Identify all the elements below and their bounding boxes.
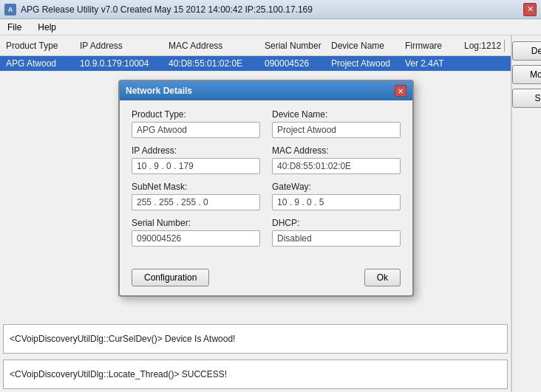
dialog-title-bar: Network Details ✕ (120, 81, 412, 100)
menu-help[interactable]: Help (33, 21, 61, 34)
field-device-name: Device Name: Project Atwood (272, 109, 401, 138)
input-ip[interactable]: 10 . 9 . 0 . 179 (132, 158, 260, 174)
app-title: APG Release Utility v7.0 Created May 15 … (21, 4, 313, 15)
title-bar: A APG Release Utility v7.0 Created May 1… (0, 0, 541, 19)
configuration-button[interactable]: Configuration (132, 269, 209, 286)
col-header-log: Log:1212 (464, 41, 501, 51)
cell-device: Project Atwood (331, 58, 405, 69)
label-subnet: SubNet Mask: (132, 182, 260, 192)
col-header-serial: Serial Number (265, 41, 331, 51)
col-header-ip: IP Address (80, 41, 169, 51)
cell-firmware: Ver 2.4AT (405, 58, 464, 69)
scan-button[interactable]: Scan (512, 89, 541, 108)
dialog-row-1: Product Type: APG Atwood Device Name: Pr… (132, 109, 401, 138)
field-subnet: SubNet Mask: 255 . 255 . 255 . 0 (132, 182, 260, 210)
log-area-2: <CVoipDiscoveryUtilDlg::Locate_Thread()>… (3, 360, 508, 389)
close-button[interactable]: ✕ (523, 3, 537, 16)
label-ip: IP Address: (132, 145, 260, 156)
cell-product-type: APG Atwood (6, 58, 80, 69)
input-dhcp[interactable]: Disabled (272, 230, 401, 247)
col-header-mac: MAC Address (169, 41, 265, 51)
field-mac: MAC Address: 40:D8:55:01:02:0E (272, 145, 401, 174)
dialog-row-2: IP Address: 10 . 9 . 0 . 179 MAC Address… (132, 145, 401, 174)
label-gateway: GateWay: (272, 182, 401, 192)
table-header: Product Type IP Address MAC Address Seri… (0, 35, 511, 56)
right-panel: Details Monitor Scan (511, 35, 541, 392)
label-mac: MAC Address: (272, 145, 401, 156)
input-subnet[interactable]: 255 . 255 . 255 . 0 (132, 194, 260, 210)
input-device-name[interactable]: Project Atwood (272, 122, 401, 138)
dialog-body: Product Type: APG Atwood Device Name: Pr… (120, 100, 412, 263)
col-header-product-type: Product Type (6, 41, 80, 51)
title-bar-left: A APG Release Utility v7.0 Created May 1… (4, 4, 313, 16)
cell-serial: 090004526 (265, 58, 331, 69)
menu-bar: File Help (0, 19, 541, 35)
details-button[interactable]: Details (512, 41, 541, 61)
field-ip: IP Address: 10 . 9 . 0 . 179 (132, 145, 260, 174)
network-details-dialog: Network Details ✕ Product Type: APG Atwo… (118, 80, 414, 297)
label-device-name: Device Name: (272, 109, 401, 120)
input-product-type[interactable]: APG Atwood (132, 122, 260, 138)
monitor-button[interactable]: Monitor (512, 65, 541, 84)
dialog-title: Network Details (126, 86, 192, 96)
table-row[interactable]: APG Atwood 10.9.0.179:10004 40:D8:55:01:… (0, 56, 511, 72)
ok-button[interactable]: Ok (364, 269, 401, 286)
field-serial: Serial Number: 090004526 (132, 218, 260, 247)
field-product-type: Product Type: APG Atwood (132, 109, 260, 138)
field-gateway: GateWay: 10 . 9 . 0 . 5 (272, 182, 401, 210)
dialog-close-button[interactable]: ✕ (395, 85, 406, 97)
menu-file[interactable]: File (3, 21, 26, 34)
field-dhcp: DHCP: Disabled (272, 218, 401, 247)
col-header-firmware: Firmware (405, 41, 464, 51)
dialog-row-4: Serial Number: 090004526 DHCP: Disabled (132, 218, 401, 247)
svg-text:A: A (8, 6, 13, 13)
col-header-device: Device Name (331, 41, 405, 51)
label-serial: Serial Number: (132, 218, 260, 228)
app-icon: A (4, 4, 16, 16)
input-serial[interactable]: 090004526 (132, 230, 260, 247)
input-mac[interactable]: 40:D8:55:01:02:0E (272, 158, 401, 174)
cell-mac: 40:D8:55:01:02:0E (169, 58, 265, 69)
cell-ip: 10.9.0.179:10004 (80, 58, 169, 69)
dialog-row-3: SubNet Mask: 255 . 255 . 255 . 0 GateWay… (132, 182, 401, 210)
log-area-1: <CVoipDiscoveryUtilDlg::CurSelDev()> Dev… (3, 324, 508, 354)
header-divider (504, 40, 505, 52)
dialog-footer: Configuration Ok (120, 263, 412, 295)
label-dhcp: DHCP: (272, 218, 401, 228)
input-gateway[interactable]: 10 . 9 . 0 . 5 (272, 194, 401, 210)
label-product-type: Product Type: (132, 109, 260, 120)
